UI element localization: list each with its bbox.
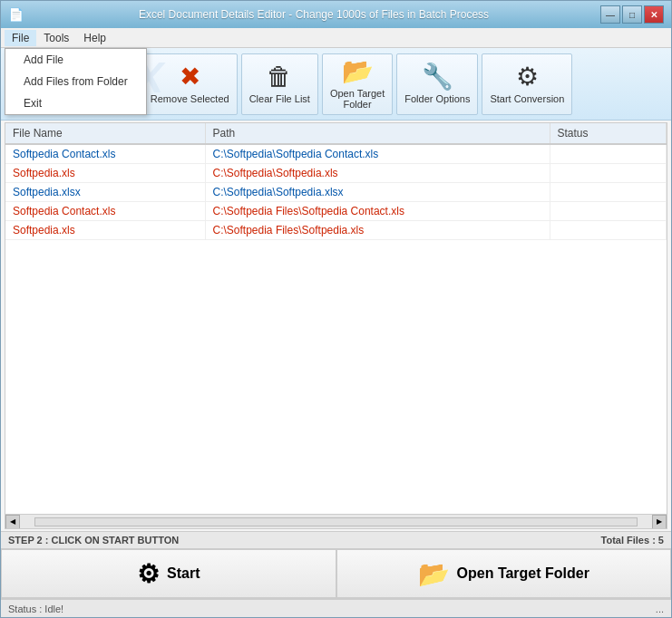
col-path: Path bbox=[205, 123, 550, 144]
cell-filename: Softpedia Contact.xls bbox=[5, 202, 205, 221]
main-window: 📄 Excel Document Details Editor - Change… bbox=[0, 0, 672, 618]
cell-path: C:\Softpedia\Softpedia.xls bbox=[205, 164, 550, 183]
window-controls: — □ ✕ bbox=[600, 5, 664, 24]
open-target-folder-label: Open TargetFolder bbox=[330, 88, 385, 110]
table-row[interactable]: Softpedia Contact.xlsC:\Softpedia Files\… bbox=[5, 202, 667, 221]
open-target-folder-bottom-label: Open Target Folder bbox=[457, 565, 589, 582]
cell-filename: Softpedia.xls bbox=[5, 221, 205, 240]
menu-add-files-from-folder[interactable]: Add Files from Folder bbox=[5, 71, 146, 92]
start-icon: ⚙ bbox=[137, 559, 160, 589]
file-dropdown: Add File Add Files from Folder Exit bbox=[5, 48, 147, 115]
cell-path: C:\Softpedia Files\Softpedia.xls bbox=[205, 221, 550, 240]
file-list-area: File Name Path Status Softpedia Contact.… bbox=[5, 122, 667, 529]
step-bar: STEP 2 : CLICK ON START BUTTON Total Fil… bbox=[1, 531, 671, 549]
clear-list-icon: 🗑 bbox=[267, 64, 292, 90]
scroll-right-button[interactable]: ▶ bbox=[652, 515, 667, 529]
table-header-row: File Name Path Status bbox=[5, 123, 667, 144]
status-bar: Status : Idle! ... bbox=[1, 599, 671, 617]
close-button[interactable]: ✕ bbox=[644, 5, 664, 24]
window-title: Excel Document Details Editor - Change 1… bbox=[27, 8, 600, 21]
open-target-folder-button[interactable]: 📂 Open TargetFolder bbox=[322, 53, 393, 115]
start-button[interactable]: ⚙ Start bbox=[1, 549, 336, 598]
status-text: Status : Idle! bbox=[8, 604, 63, 614]
cell-path: C:\Softpedia\Softpedia.xlsx bbox=[205, 183, 550, 202]
start-conversion-label: Start Conversion bbox=[490, 93, 564, 104]
cell-filename: Softpedia.xls bbox=[5, 164, 205, 183]
total-files-label: Total Files : 5 bbox=[601, 535, 664, 546]
remove-selected-label: Remove Selected bbox=[151, 93, 229, 104]
cell-path: C:\Softpedia Files\Softpedia Contact.xls bbox=[205, 202, 550, 221]
cell-filename: Softpedia Contact.xls bbox=[5, 144, 205, 164]
app-icon: 📄 bbox=[8, 7, 24, 22]
cell-status bbox=[550, 202, 667, 221]
minimize-button[interactable]: — bbox=[600, 5, 620, 24]
start-label: Start bbox=[167, 565, 200, 582]
cell-filename: Softpedia.xlsx bbox=[5, 183, 205, 202]
col-filename: File Name bbox=[5, 123, 205, 144]
restore-button[interactable]: □ bbox=[622, 5, 642, 24]
bottom-buttons: ⚙ Start 📂 Open Target Folder bbox=[1, 549, 671, 599]
cell-status bbox=[550, 221, 667, 240]
cell-status bbox=[550, 164, 667, 183]
remove-selected-icon: ✖ bbox=[180, 64, 200, 90]
step-label: STEP 2 : CLICK ON START BUTTON bbox=[8, 535, 179, 546]
open-target-folder-bottom-button[interactable]: 📂 Open Target Folder bbox=[336, 549, 672, 598]
col-status: Status bbox=[550, 123, 667, 144]
clear-file-list-button[interactable]: 🗑 Clear File List bbox=[241, 53, 318, 115]
title-bar: 📄 Excel Document Details Editor - Change… bbox=[1, 1, 671, 28]
file-table-scroll[interactable]: File Name Path Status Softpedia Contact.… bbox=[5, 123, 667, 514]
remove-selected-button[interactable]: ✖ Remove Selected bbox=[142, 53, 238, 115]
clear-file-list-label: Clear File List bbox=[249, 93, 310, 104]
cell-status bbox=[550, 144, 667, 164]
file-table: File Name Path Status Softpedia Contact.… bbox=[5, 123, 667, 240]
table-row[interactable]: Softpedia Contact.xlsC:\Softpedia\Softpe… bbox=[5, 144, 667, 164]
cell-status bbox=[550, 183, 667, 202]
cell-path: C:\Softpedia\Softpedia Contact.xls bbox=[205, 144, 550, 164]
folder-options-label: Folder Options bbox=[404, 93, 470, 104]
start-conversion-icon: ⚙ bbox=[516, 64, 539, 90]
scroll-left-button[interactable]: ◀ bbox=[5, 515, 20, 529]
menu-tools[interactable]: Tools bbox=[36, 30, 76, 46]
table-row[interactable]: Softpedia.xlsC:\Softpedia\Softpedia.xls bbox=[5, 164, 667, 183]
folder-options-icon: 🔧 bbox=[422, 64, 453, 90]
menu-exit[interactable]: Exit bbox=[5, 92, 146, 114]
menu-bar: File Tools Help Add File Add Files from … bbox=[1, 28, 671, 48]
open-folder-bottom-icon: 📂 bbox=[418, 559, 450, 589]
horizontal-scrollbar[interactable]: ◀ ▶ bbox=[5, 514, 667, 528]
menu-help[interactable]: Help bbox=[76, 30, 113, 46]
folder-options-button[interactable]: 🔧 Folder Options bbox=[396, 53, 478, 115]
menu-file[interactable]: File bbox=[5, 30, 36, 46]
table-row[interactable]: Softpedia.xlsxC:\Softpedia\Softpedia.xls… bbox=[5, 183, 667, 202]
status-dots: ... bbox=[656, 604, 664, 614]
start-conversion-button[interactable]: ⚙ Start Conversion bbox=[482, 53, 572, 115]
table-row[interactable]: Softpedia.xlsC:\Softpedia Files\Softpedi… bbox=[5, 221, 667, 240]
scrollbar-track[interactable] bbox=[34, 517, 638, 526]
open-folder-icon: 📂 bbox=[342, 59, 374, 84]
menu-add-file[interactable]: Add File bbox=[5, 49, 146, 71]
